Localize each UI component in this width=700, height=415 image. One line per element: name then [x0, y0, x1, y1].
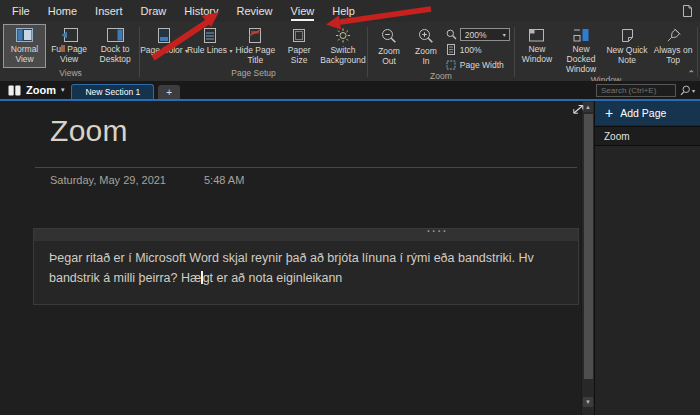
menu-history[interactable]: History: [175, 0, 227, 22]
paper-size-button[interactable]: Paper Size: [278, 24, 320, 68]
page-date: Saturday, May 29, 2021: [50, 174, 166, 186]
new-quick-note-icon: [620, 28, 635, 43]
search-input[interactable]: [596, 84, 676, 97]
pushpin-icon: [666, 28, 681, 43]
search-area: ▾: [596, 84, 695, 97]
page-color-button[interactable]: Page Color ▾: [141, 24, 187, 68]
page-time: 5:48 AM: [204, 174, 244, 186]
zoom-buttons: Zoom Out Zoom In 200% ▾: [368, 23, 514, 71]
paper-size-icon: [292, 28, 306, 43]
scrollbar-thumb[interactable]: [584, 114, 593, 379]
page-title[interactable]: Zoom: [50, 114, 128, 148]
hide-page-title-button[interactable]: Hide Page Title: [232, 24, 278, 68]
zoom-out-button[interactable]: Zoom Out: [369, 24, 409, 71]
normal-view-icon: [16, 28, 33, 42]
hide-page-title-icon: [248, 28, 262, 43]
always-on-top-button[interactable]: Always on Top: [650, 24, 696, 75]
note-text-line-2: bandstrik á milli þeirra? Hægt er að not…: [49, 268, 576, 288]
normal-view-button[interactable]: Normal View: [3, 24, 46, 68]
menu-draw[interactable]: Draw: [132, 0, 176, 22]
menu-file[interactable]: File: [3, 0, 39, 22]
menu-view[interactable]: View: [282, 0, 324, 22]
page-date-row: Saturday, May 29, 2021 5:48 AM: [50, 174, 244, 186]
ribbon-group-views: Normal View Full Page View Dock to Deskt…: [2, 23, 139, 81]
zoom-level-value: 200%: [465, 30, 487, 40]
views-group-label: Views: [2, 68, 139, 81]
rule-lines-button[interactable]: Rule Lines ▾: [187, 24, 232, 68]
search-icon: [680, 85, 691, 96]
vertical-scrollbar[interactable]: ▲ ▼: [581, 101, 594, 415]
new-docked-window-icon: [573, 28, 590, 42]
page-color-icon: [157, 28, 171, 43]
switch-background-button[interactable]: Switch Background: [320, 24, 366, 68]
title-divider: [35, 167, 577, 168]
new-docked-window-button[interactable]: New Docked Window: [558, 24, 604, 75]
search-button[interactable]: ▾: [680, 85, 695, 96]
zoom-combo-row: 200% ▾: [446, 28, 510, 41]
ribbon: Normal View Full Page View Dock to Deskt…: [0, 22, 700, 81]
page-list-item-zoom[interactable]: Zoom: [595, 126, 700, 146]
page-width-icon: [446, 60, 456, 70]
notebook-switcher[interactable]: Zoom ▾: [0, 81, 71, 99]
dropdown-caret-icon: ▾: [503, 31, 506, 38]
menu-insert[interactable]: Insert: [86, 0, 132, 22]
document-icon: [682, 4, 693, 18]
dock-to-desktop-icon: [107, 28, 124, 42]
page-canvas[interactable]: Zoom Saturday, May 29, 2021 5:48 AM ····…: [0, 101, 581, 415]
zoom-level-combobox[interactable]: 200% ▾: [460, 28, 510, 41]
note-container-grip[interactable]: ····: [34, 229, 578, 241]
menu-help[interactable]: Help: [323, 0, 364, 22]
zoom-100-button[interactable]: 100%: [446, 43, 510, 56]
full-page-view-button[interactable]: Full Page View: [46, 24, 92, 68]
note-text-line-1: Þegar ritað er í Microsoft Word skjal re…: [49, 248, 576, 268]
ribbon-group-zoom: Zoom Out Zoom In 200% ▾: [368, 23, 514, 81]
full-page-view-icon: [61, 28, 78, 42]
pages-panel: + Add Page Zoom: [594, 101, 700, 415]
menu-home[interactable]: Home: [39, 0, 86, 22]
zoom-out-icon: [381, 28, 397, 44]
ribbon-divider: [697, 27, 698, 77]
section-tab-new-section-1[interactable]: New Section 1: [71, 84, 154, 99]
menu-bar: File Home Insert Draw History Review Vie…: [0, 0, 700, 22]
plus-icon: +: [605, 106, 613, 120]
notebook-icon: [8, 85, 21, 96]
dock-to-desktop-button[interactable]: Dock to Desktop: [92, 24, 138, 68]
note-text-container[interactable]: ···· Þegar ritað er í Microsoft Word skj…: [33, 228, 579, 305]
new-window-icon: [528, 28, 545, 42]
notebook-caret-icon: ▾: [61, 86, 65, 94]
note-text[interactable]: Þegar ritað er í Microsoft Word skjal re…: [34, 241, 578, 288]
document-100-icon: [446, 44, 456, 55]
switch-background-icon: [335, 28, 351, 43]
page-width-button[interactable]: Page Width: [446, 58, 510, 71]
search-scope-caret-icon: ▾: [692, 87, 695, 94]
views-buttons: Normal View Full Page View Dock to Deskt…: [2, 23, 139, 68]
notebook-bar: Zoom ▾ New Section 1 + ▾: [0, 81, 700, 99]
add-section-button[interactable]: +: [158, 85, 180, 99]
page-setup-buttons: Page Color ▾ Rule Lines ▾ Hide Page Titl…: [140, 23, 367, 68]
grip-dots-icon: ····: [427, 226, 448, 237]
ribbon-group-page-setup: Page Color ▾ Rule Lines ▾ Hide Page Titl…: [140, 23, 367, 81]
zoom-in-icon: [418, 28, 434, 44]
scroll-down-button[interactable]: ▼: [583, 397, 593, 407]
add-page-button[interactable]: + Add Page: [595, 101, 700, 125]
new-window-button[interactable]: New Window: [516, 24, 558, 75]
menu-review[interactable]: Review: [228, 0, 282, 22]
expand-page-icon[interactable]: [570, 103, 587, 116]
zoom-in-button[interactable]: Zoom In: [409, 24, 443, 71]
notebook-name: Zoom: [26, 84, 56, 96]
window-buttons: New Window New Docked Window New Quick N…: [515, 23, 697, 75]
magnifier-icon: [446, 29, 457, 40]
page-setup-group-label: Page Setup: [140, 68, 367, 81]
ribbon-group-window: New Window New Docked Window New Quick N…: [515, 23, 697, 81]
collapse-ribbon-chevron-icon[interactable]: ⌃: [687, 70, 695, 79]
rule-lines-icon: [203, 28, 217, 43]
new-quick-note-button[interactable]: New Quick Note: [604, 24, 650, 75]
zoom-controls: 200% ▾ 100% Page Width: [443, 24, 513, 71]
plus-icon: +: [166, 87, 172, 98]
